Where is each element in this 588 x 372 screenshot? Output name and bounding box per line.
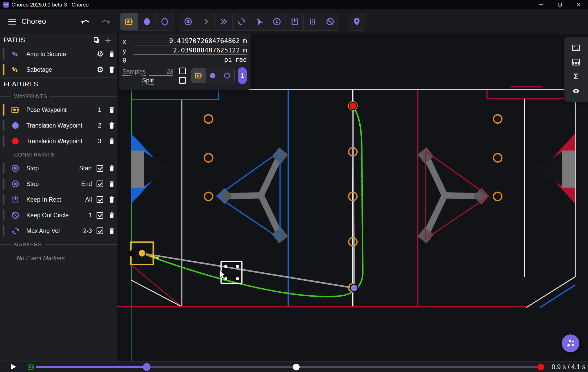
path-delete-trash-icon[interactable] <box>106 49 117 59</box>
blue-source-notch <box>131 90 219 99</box>
max-angular-velocity-icon <box>10 226 21 235</box>
constraint-item-stop-start[interactable]: Stop Start <box>0 160 117 176</box>
constraint-enabled-checkbox[interactable] <box>97 212 103 219</box>
pose-waypoint-1[interactable] <box>127 242 153 265</box>
translation-waypoint-type-button[interactable] <box>206 68 220 83</box>
event-marker-tool[interactable] <box>348 13 366 30</box>
split-label[interactable]: Split <box>142 77 154 85</box>
keep-in-rectangle-tool[interactable] <box>286 13 304 30</box>
paths-title: PATHS <box>4 36 25 44</box>
constraint-delete-trash-icon[interactable] <box>106 163 117 173</box>
constraint-enabled-checkbox[interactable] <box>97 165 103 172</box>
scatter-icon <box>566 338 575 348</box>
max-velocity-tool[interactable] <box>250 13 268 30</box>
waypoint-index-pill[interactable]: 1 <box>238 67 247 84</box>
constraint-scope: 2-3 <box>80 227 92 235</box>
path-item-amp-to-source[interactable]: Amp to Source ⚙ <box>0 46 117 62</box>
paths-header: PATHS <box>0 34 117 46</box>
features-title: FEATURES <box>0 77 117 91</box>
constraint-item-keep-in-rect[interactable]: Keep In Rect All <box>0 192 117 207</box>
view-tools-panel: Σ <box>564 37 588 102</box>
trajectory-path[interactable] <box>142 108 363 297</box>
empty-waypoint-type-button[interactable] <box>220 68 234 83</box>
grid-overlay-icon[interactable] <box>571 57 581 67</box>
path-delete-trash-icon[interactable] <box>106 64 117 75</box>
timeline-handle[interactable] <box>143 363 151 371</box>
undo-button[interactable] <box>80 17 90 27</box>
add-path-icon[interactable] <box>102 35 114 45</box>
redo-button[interactable] <box>101 17 111 27</box>
minimize-button[interactable] <box>532 0 550 9</box>
constraint-delete-trash-icon[interactable] <box>106 226 117 236</box>
keep-out-circle-tool[interactable] <box>321 13 339 30</box>
constraint-enabled-checkbox[interactable] <box>97 227 103 234</box>
waypoint-delete-trash-icon[interactable] <box>106 120 117 131</box>
fit-to-view-icon[interactable] <box>571 43 581 53</box>
waypoint-item-2[interactable]: Translation Waypoint 2 <box>0 118 117 133</box>
double-chevron-tool[interactable] <box>215 13 233 30</box>
waypoint-delete-trash-icon[interactable] <box>106 105 117 115</box>
constraint-scope: End <box>80 181 92 188</box>
duplicate-path-icon[interactable] <box>91 35 102 45</box>
empty-waypoint-tool[interactable] <box>156 13 174 30</box>
path-name: Sabotage <box>26 66 52 73</box>
generate-fab-button[interactable] <box>562 334 579 352</box>
constraint-delete-trash-icon[interactable] <box>106 179 117 189</box>
constraint-delete-trash-icon[interactable] <box>106 194 117 205</box>
app-header: Choreo <box>0 9 588 34</box>
maximize-button[interactable] <box>550 0 569 9</box>
max-angular-velocity-tool[interactable] <box>233 13 250 30</box>
waypoints-subheader: WAYPOINTS <box>0 91 117 102</box>
pose-waypoint-tool[interactable] <box>120 13 138 30</box>
playhead-handle[interactable] <box>293 364 300 370</box>
constraint-item-keep-out-circle[interactable]: Keep Out Circle 1 <box>0 207 117 223</box>
samples-label[interactable]: Samples <box>122 68 146 76</box>
constraint-delete-trash-icon[interactable] <box>106 210 117 220</box>
pose-waypoint-type-button[interactable] <box>192 68 206 83</box>
no-event-markers-label: No Event Markers <box>0 250 117 268</box>
menu-icon[interactable] <box>8 17 17 26</box>
chevron-right-tool[interactable] <box>197 13 215 30</box>
path-icon <box>10 50 21 58</box>
sidebar: PATHS Amp to Source <box>0 34 117 361</box>
max-acceleration-tool[interactable] <box>268 13 286 30</box>
path-settings-gear-icon[interactable]: ⚙ <box>94 49 106 59</box>
keep-in-lane-tool[interactable] <box>304 13 321 30</box>
waypoint-delete-trash-icon[interactable] <box>106 136 117 146</box>
field-canvas[interactable]: x 0.4197072684764862m y 2.03908848762512… <box>117 34 588 361</box>
stop-point-tool[interactable] <box>179 13 197 30</box>
constraint-tool-group <box>179 13 339 31</box>
theta-field[interactable]: θ pirad <box>122 55 247 64</box>
x-field[interactable]: x 0.4197072684764862m <box>122 36 247 45</box>
constraint-enabled-checkbox[interactable] <box>97 181 103 187</box>
samples-value[interactable]: 28 <box>149 68 173 76</box>
constraint-item-max-ang-vel[interactable]: Max Ang Vel 2-3 <box>0 223 117 239</box>
playback-bar: 0.9 s / 4.1 s <box>0 361 588 372</box>
split-checkbox[interactable] <box>179 77 186 84</box>
translation-waypoint-3[interactable] <box>349 102 357 110</box>
constraint-item-stop-end[interactable]: Stop End <box>0 176 117 192</box>
markers-subheader: MARKERS <box>0 239 117 250</box>
path-item-sabotage[interactable]: Sabotage ⚙ <box>0 62 117 77</box>
waypoint-item-1[interactable]: Pose Waypoint 1 <box>0 102 117 118</box>
play-button[interactable] <box>11 364 16 370</box>
path-settings-gear-icon[interactable]: ⚙ <box>94 64 106 75</box>
stop-point-icon <box>10 164 21 173</box>
timeline-track-active[interactable] <box>36 366 147 368</box>
mouse-cursor <box>219 269 225 279</box>
y-value: 2.039088487625122 <box>173 46 240 54</box>
field-corner-cut-right <box>526 277 575 308</box>
y-unit: m <box>243 46 247 54</box>
sum-stats-icon[interactable]: Σ <box>571 71 581 82</box>
constraint-enabled-checkbox[interactable] <box>97 196 103 203</box>
translation-waypoint-tool[interactable] <box>138 13 156 30</box>
samples-checkbox[interactable] <box>179 68 186 74</box>
timeline-track[interactable] <box>147 366 544 368</box>
waypoint-item-3[interactable]: Translation Waypoint 3 <box>0 133 117 149</box>
close-button[interactable]: ✕ <box>569 0 588 9</box>
y-field[interactable]: y 2.039088487625122m <box>122 45 247 55</box>
translation-waypoint-2[interactable] <box>351 284 358 292</box>
field-corner-cut-left <box>131 280 182 307</box>
choreo-logo-icon <box>3 2 9 8</box>
visibility-eye-icon[interactable] <box>571 86 581 96</box>
